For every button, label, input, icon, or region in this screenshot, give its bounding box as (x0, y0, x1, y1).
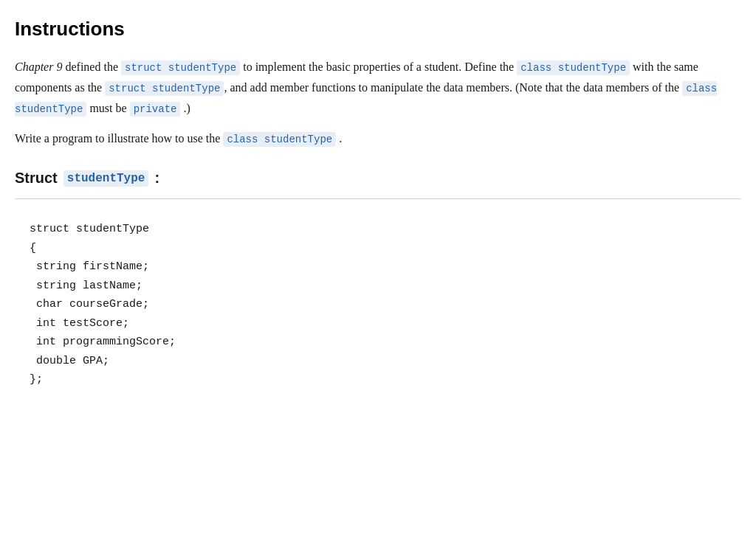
struct-studenttype-code-2: struct studentType (105, 81, 224, 96)
mid-text-3: , and add member functions to manipulate… (224, 81, 682, 94)
page-title: Instructions (15, 18, 741, 41)
defined-the-text: defined the (62, 60, 121, 73)
mid-text-4: must be (86, 102, 129, 114)
chapter-ref: Chapter 9 (15, 60, 62, 73)
struct-heading-colon: : (154, 170, 159, 187)
end-text-2: . (336, 132, 342, 145)
code-block: struct studentType { string firstName; s… (15, 199, 741, 410)
instructions-body: Chapter 9 defined the struct studentType… (15, 57, 741, 149)
class-studenttype-code-3: class studentType (223, 132, 336, 147)
struct-heading-code: studentType (63, 170, 149, 187)
struct-heading-label: Struct (15, 170, 58, 187)
class-studenttype-code-1: class studentType (517, 60, 630, 75)
paragraph-1: Chapter 9 defined the struct studentType… (15, 57, 741, 118)
end-text-1: .) (180, 102, 190, 114)
paragraph-2: Write a program to illustrate how to use… (15, 128, 741, 149)
mid-text-1: to implement the basic properties of a s… (240, 60, 517, 73)
write-program-text: Write a program to illustrate how to use… (15, 132, 223, 145)
struct-studenttype-code-1: struct studentType (121, 60, 240, 75)
struct-heading: Struct studentType : (15, 170, 741, 187)
private-code: private (130, 102, 181, 117)
